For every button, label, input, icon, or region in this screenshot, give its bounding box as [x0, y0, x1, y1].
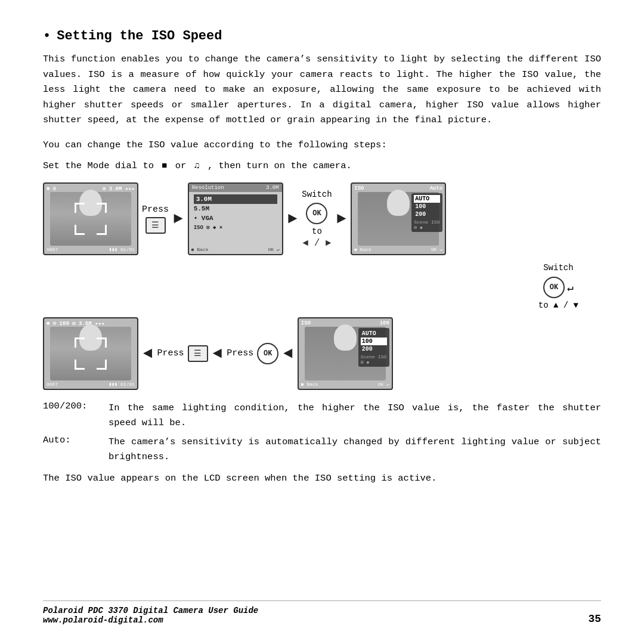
title-text: Setting the ISO Speed [57, 29, 222, 44]
menu-back: ■ Back [191, 247, 209, 252]
menu-top-bar: Resolution 3.0M [189, 184, 282, 192]
diagram-upper-row: ■ ⊙ ⊞ 3.0M ★★★ 0007 ▮▮▮ 01/01 Press ☰ ► [43, 182, 601, 255]
camera-mode-icon: ■ [162, 159, 167, 174]
arrow-left-1: ◄ [143, 345, 153, 363]
iso2-scene-row: Scene ISO ⊞ ◆ [361, 354, 387, 365]
cam1-top-bar: ■ ⊙ ⊞ 3.0M ★★★ [47, 185, 135, 192]
menu-button-icon: ☰ [145, 217, 166, 234]
return-arrow-lower: ↵ [567, 281, 574, 294]
press-label-ok-lower: Press [227, 348, 253, 358]
diagram-lower-row: ■ ⊙ 100 ⊞ 3.0M ★★★ 0007 ▮▮▮ 01/01 ◄ Pres… [43, 317, 601, 390]
switch-lower-group: Switch OK ↵ to ▲ / ▼ [43, 262, 601, 310]
menu-button-lower-icon: ☰ [188, 345, 208, 362]
iso1-auto: AUTO [414, 195, 440, 203]
iso-screen-1: ISO Auto AUTO 100 200 Scene ISO ⊞ ◆ ■ Ba… [351, 182, 446, 255]
menu-items-list: 3.0M 5.5M • VGA ISO ⊞ ◆ ⨯ [189, 192, 282, 234]
menu-item-3m: 3.0M [194, 194, 277, 204]
iso2-top-bar: ISO 100 [301, 320, 389, 326]
footer-note: The ISO value appears on the LCD screen … [43, 473, 601, 484]
arrow-left-2: ◄ [213, 345, 222, 363]
bullet: • [43, 29, 51, 44]
iso2-panel: AUTO 100 200 Scene ISO ⊞ ◆ [358, 328, 389, 367]
brand-name: Polaroid PDC 3370 Digital Camera User Gu… [43, 606, 258, 615]
camera-screen-2: ■ ⊙ 100 ⊞ 3.0M ★★★ 0007 ▮▮▮ 01/01 [43, 317, 138, 390]
body-paragraph: This function enables you to change the … [43, 52, 601, 128]
camera-screen-1: ■ ⊙ ⊞ 3.0M ★★★ 0007 ▮▮▮ 01/01 [43, 182, 138, 255]
ok-button-press-lower: OK [257, 343, 278, 364]
page: • Setting the ISO Speed This function en… [0, 0, 644, 644]
switch-label-upper: Switch [302, 189, 332, 201]
press-label-1: Press [142, 205, 169, 215]
switch-label-lower: Switch [543, 262, 573, 274]
iso2-auto: AUTO [361, 330, 387, 338]
iso-screen-2: ISO 100 AUTO 100 200 Scene ISO ⊞ ◆ ■ Bac… [298, 317, 393, 390]
press-ok-lower: Press OK [227, 343, 278, 364]
menu-bottom-bar: ■ Back OK ↵ [191, 247, 280, 252]
arrow-right-3: ► [337, 210, 346, 228]
cam2-frame-count: 0007 [47, 382, 58, 387]
to-label-lower: to ▲ / ▼ [538, 301, 578, 310]
press-label-menu-lower: Press [157, 348, 184, 358]
iso2-200: 200 [361, 345, 387, 353]
desc-term-auto: Auto: [43, 435, 97, 465]
iso1-top-right: Auto [430, 185, 443, 191]
section-title: • Setting the ISO Speed [43, 29, 601, 44]
cam1-icons: ■ ⊙ [47, 185, 56, 192]
iso2-ok: OK ↵ [378, 382, 389, 387]
ok-button-upper: OK [306, 203, 327, 224]
iso1-ok: OK ↵ [431, 247, 442, 252]
to-label-upper: to [312, 227, 322, 236]
menu-item-vga: • VGA [194, 213, 277, 223]
cam2-bracket-tr [75, 338, 107, 370]
descriptions-section: 100/200: In the same lighting condition,… [43, 401, 601, 465]
iso2-back: ■ Back [301, 382, 318, 387]
cam1-frame-count: 0007 [47, 247, 58, 252]
scene-mode-icon: ♫ [194, 159, 200, 174]
iso1-200: 200 [414, 210, 440, 218]
step-line2-text: Set the Mode dial to [43, 160, 154, 171]
arrow-right-1: ► [174, 210, 183, 228]
press-menu-lower: Press ☰ [157, 345, 208, 362]
ok-return-lower: OK ↵ [543, 277, 574, 298]
iso1-back: ■ Back [354, 247, 371, 252]
cam2-battery: ▮▮▮ 01/01 [109, 382, 135, 387]
desc-term-100-200: 100/200: [43, 401, 97, 431]
iso1-scene-row: Scene ISO ⊞ ◆ [414, 219, 440, 230]
desc-def-100-200: In the same lighting condition, the high… [109, 401, 601, 431]
menu-item-55m: 5.5M [194, 204, 277, 213]
footer-left-block: Polaroid PDC 3370 Digital Camera User Gu… [43, 606, 258, 625]
press-menu-group: Press ☰ [142, 205, 169, 234]
nav-arrow-lr-text: ◄ / ► [302, 239, 331, 249]
cam1-resolution: ⊞ 3.0M ★★★ [103, 185, 135, 192]
step-line2: Set the Mode dial to ■ or ♫ , then turn … [43, 159, 601, 174]
iso1-top-bar: ISO Auto [354, 185, 442, 191]
iso1-panel: AUTO 100 200 Scene ISO ⊞ ◆ [411, 193, 442, 232]
iso2-top-left: ISO [301, 320, 311, 326]
diagram-area: ■ ⊙ ⊞ 3.0M ★★★ 0007 ▮▮▮ 01/01 Press ☰ ► [43, 182, 601, 390]
iso1-bottom-bar: ■ Back OK ↵ [354, 247, 442, 252]
cam2-icons: ■ ⊙ 100 ⊞ 3.0M ★★★ [47, 320, 104, 327]
menu-ok: OK ↵ [268, 247, 279, 252]
cam2-bottom-bar: 0007 ▮▮▮ 01/01 [47, 382, 135, 387]
iso2-top-right: 100 [380, 320, 389, 326]
step-line1: You can change the ISO value according t… [43, 138, 601, 153]
iso2-bottom-bar: ■ Back OK ↵ [301, 382, 389, 387]
nav-arrows-lr: ◄ / ► [302, 239, 331, 249]
cam2-top-bar: ■ ⊙ 100 ⊞ 3.0M ★★★ [47, 320, 135, 327]
desc-row-100-200: 100/200: In the same lighting condition,… [43, 401, 601, 431]
website: www.polaroid-digital.com [43, 615, 258, 625]
ok-button-lower: OK [543, 277, 565, 298]
desc-row-auto: Auto: The camera’s sensitivity is automa… [43, 435, 601, 465]
page-footer: Polaroid PDC 3370 Digital Camera User Gu… [43, 600, 601, 625]
arrow-left-3: ◄ [283, 345, 293, 363]
cam1-bracket-tr [75, 203, 107, 235]
cam1-battery: ▮▮▮ 01/01 [109, 247, 135, 252]
arrow-right-2: ► [288, 210, 298, 228]
iso1-top-left: ISO [354, 185, 364, 191]
iso2-100: 100 [361, 338, 387, 345]
switch-to-group-upper: Switch OK to ◄ / ► [302, 189, 332, 249]
step-or: or [175, 160, 187, 171]
menu-item-iso: ISO ⊞ ◆ ⨯ [194, 223, 277, 232]
switch-to-group-lower: Switch OK ↵ to ▲ / ▼ [538, 262, 578, 310]
cam1-bottom-bar: 0007 ▮▮▮ 01/01 [47, 247, 135, 252]
